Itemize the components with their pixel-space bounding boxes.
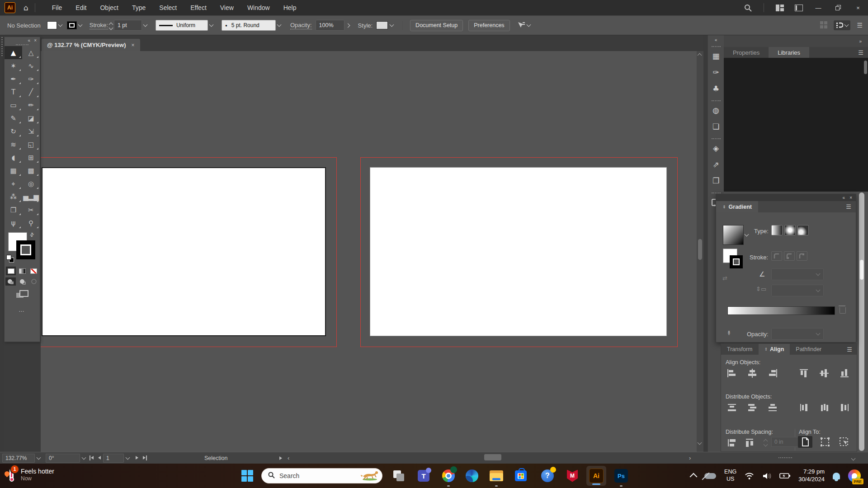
scroll-up-icon[interactable] xyxy=(698,52,701,58)
linear-gradient-button[interactable] xyxy=(771,225,783,235)
none-button[interactable] xyxy=(28,267,38,275)
delete-stop-icon[interactable] xyxy=(840,307,846,314)
strip-grip[interactable] xyxy=(712,46,721,47)
stroke-along-button[interactable] xyxy=(784,251,795,261)
restore-button[interactable] xyxy=(828,0,848,15)
tray-chevron-up-icon[interactable] xyxy=(691,472,696,479)
next-artboard-icon[interactable] xyxy=(136,455,138,460)
distribute-v-center-button[interactable] xyxy=(745,402,760,413)
close-button[interactable]: × xyxy=(848,0,868,15)
radial-gradient-button[interactable] xyxy=(784,225,796,235)
distribute-right-button[interactable] xyxy=(838,402,852,413)
brush-definition-dropdown[interactable] xyxy=(276,20,283,31)
width-profile-dropdown[interactable] xyxy=(208,20,215,31)
curvature-tool[interactable]: ✑ xyxy=(22,72,40,85)
artboards-panel-icon[interactable]: ▦ xyxy=(708,48,724,64)
stroke-weight-dropdown[interactable] xyxy=(142,20,149,31)
align-bottom-button[interactable] xyxy=(838,367,852,379)
line-segment-tool[interactable]: ╱ xyxy=(22,85,40,99)
fill-dropdown[interactable] xyxy=(57,20,64,31)
preferences-button[interactable]: Preferences xyxy=(468,20,509,31)
opacity-field[interactable]: 100% xyxy=(316,20,344,31)
toolbar-dock-grip[interactable] xyxy=(1,37,3,57)
pen-tool[interactable]: ✒ xyxy=(5,72,22,85)
menu-select[interactable]: Select xyxy=(152,0,184,15)
vertical-spacing-button[interactable] xyxy=(725,437,739,449)
stroke-swatch[interactable] xyxy=(16,240,35,259)
strip-grip[interactable] xyxy=(712,138,721,139)
style-swatch[interactable] xyxy=(376,21,388,29)
document-tab-close-icon[interactable]: × xyxy=(132,42,135,48)
last-artboard-icon[interactable] xyxy=(143,455,147,460)
spacing-stepper-arrows[interactable] xyxy=(764,438,767,446)
symbols-panel-icon[interactable]: ♣ xyxy=(708,80,724,97)
snap-grid-icon[interactable] xyxy=(820,21,827,30)
tab-transform[interactable]: Transform xyxy=(721,344,759,355)
shaper-tool[interactable]: ✎ xyxy=(5,112,22,125)
gradient-tool[interactable]: ▩ xyxy=(22,164,40,177)
strip-grip[interactable] xyxy=(712,100,721,101)
gradient-slider[interactable] xyxy=(727,306,835,315)
direct-selection-tool[interactable]: △ xyxy=(22,46,40,59)
align-to-selection-button[interactable] xyxy=(837,436,851,448)
language-indicator[interactable]: ENGUS xyxy=(724,469,736,483)
panel-menu-icon[interactable]: ☰ xyxy=(858,49,863,56)
stroke-dropdown[interactable] xyxy=(77,20,84,31)
opacity-label[interactable]: Opacity: xyxy=(290,22,312,29)
brush-definition-field[interactable]: ● 5 pt. Round xyxy=(222,20,276,31)
screen-mode-icon[interactable] xyxy=(16,290,28,299)
toolbar-grip[interactable] xyxy=(16,44,28,45)
canvas[interactable] xyxy=(41,51,703,452)
align-right-button[interactable] xyxy=(765,367,780,379)
scroll-down-icon[interactable] xyxy=(698,441,701,445)
free-transform-tool[interactable]: ◱ xyxy=(22,138,40,151)
document-setup-button[interactable]: Document Setup xyxy=(410,20,463,31)
menu-object[interactable]: Object xyxy=(93,0,125,15)
scroll-right-icon[interactable]: › xyxy=(689,455,691,461)
notification-bell-icon[interactable] xyxy=(833,473,840,479)
teams-icon[interactable]: T xyxy=(416,469,431,483)
task-view-button[interactable] xyxy=(392,469,406,483)
stroke-weight-label[interactable]: Stroke: xyxy=(90,22,108,29)
gradient-stroke-swatch[interactable] xyxy=(730,255,743,268)
stroke-within-button[interactable] xyxy=(771,251,782,261)
libraries-content[interactable] xyxy=(724,58,868,192)
column-graph-tool[interactable]: ▅▂▆ xyxy=(22,190,40,203)
menu-edit[interactable]: Edit xyxy=(69,0,93,15)
scale-tool[interactable]: ⇲ xyxy=(22,125,40,138)
panel-dock-collapse-icon[interactable]: » xyxy=(859,39,862,44)
horizontal-spacing-button[interactable] xyxy=(743,437,757,449)
select-similar-dropdown[interactable] xyxy=(525,20,533,31)
stroke-color-swatch[interactable] xyxy=(67,21,77,29)
hand-tool[interactable]: ψ xyxy=(5,216,22,230)
get-help-icon[interactable]: ? xyxy=(540,469,555,483)
status-flyout-icon[interactable] xyxy=(279,455,282,461)
artboard-panel-icon[interactable]: ❐ xyxy=(708,173,724,189)
gradient-angle-field[interactable] xyxy=(771,268,824,280)
gradient-eyedropper-icon[interactable]: ✒ xyxy=(725,330,733,336)
strip-grip[interactable] xyxy=(712,192,721,193)
brushes-panel-icon[interactable]: ✑ xyxy=(708,64,724,80)
tab-libraries[interactable]: Libraries xyxy=(769,47,809,58)
menu-window[interactable]: Window xyxy=(241,0,277,15)
draw-behind-icon[interactable] xyxy=(17,277,28,286)
onedrive-icon[interactable] xyxy=(704,473,716,479)
panel-scroll-down-icon[interactable] xyxy=(852,455,855,461)
distribute-h-center-button[interactable] xyxy=(817,402,832,413)
control-panel-menu-icon[interactable]: ☰ xyxy=(857,22,863,29)
artboard-tool[interactable]: ❐ xyxy=(5,203,22,216)
clock-widget[interactable]: 7:29 pm30/4/2024 xyxy=(798,468,825,483)
spacing-value-field[interactable]: 0 in xyxy=(771,437,801,447)
microsoft-store-icon[interactable] xyxy=(514,469,528,483)
freeform-gradient-button[interactable] xyxy=(797,225,809,235)
slice-tool[interactable]: ✂ xyxy=(22,203,40,216)
aspect-ratio-field[interactable] xyxy=(771,285,824,296)
tab-align[interactable]: ⇕ Align xyxy=(759,344,790,355)
color-panel-icon[interactable]: ◍ xyxy=(708,102,724,118)
fill-color-swatch[interactable] xyxy=(47,21,57,29)
document-layout-icon[interactable] xyxy=(795,5,803,11)
workspace-switcher[interactable] xyxy=(834,20,850,30)
search-icon[interactable] xyxy=(744,4,752,12)
draw-normal-icon[interactable] xyxy=(5,277,16,286)
start-button[interactable] xyxy=(241,470,253,482)
